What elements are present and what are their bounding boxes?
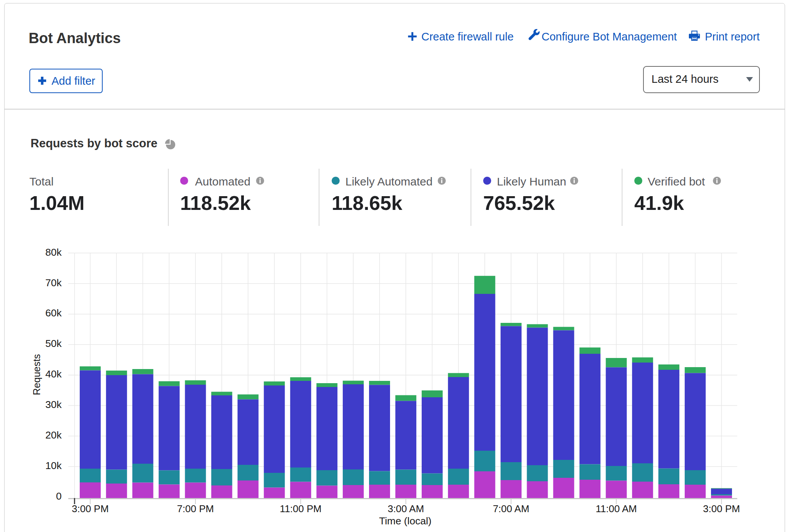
svg-text:0: 0: [56, 490, 62, 502]
svg-text:11:00 PM: 11:00 PM: [280, 503, 321, 514]
svg-text:Requests: Requests: [31, 354, 42, 395]
svg-text:80k: 80k: [45, 247, 62, 258]
svg-text:10k: 10k: [45, 460, 62, 471]
svg-text:70k: 70k: [45, 277, 62, 289]
svg-text:7:00 AM: 7:00 AM: [493, 503, 529, 514]
svg-text:50k: 50k: [45, 338, 62, 349]
svg-text:3:00 PM: 3:00 PM: [703, 503, 740, 514]
svg-text:3:00 AM: 3:00 AM: [388, 503, 424, 514]
svg-text:7:00 PM: 7:00 PM: [177, 503, 214, 514]
svg-text:11:00 AM: 11:00 AM: [596, 503, 637, 514]
svg-text:20k: 20k: [45, 429, 62, 441]
svg-text:3:00 PM: 3:00 PM: [72, 503, 109, 514]
svg-text:Time (local): Time (local): [379, 515, 431, 527]
svg-text:40k: 40k: [45, 368, 62, 380]
svg-text:60k: 60k: [45, 307, 62, 319]
svg-text:30k: 30k: [45, 399, 62, 410]
